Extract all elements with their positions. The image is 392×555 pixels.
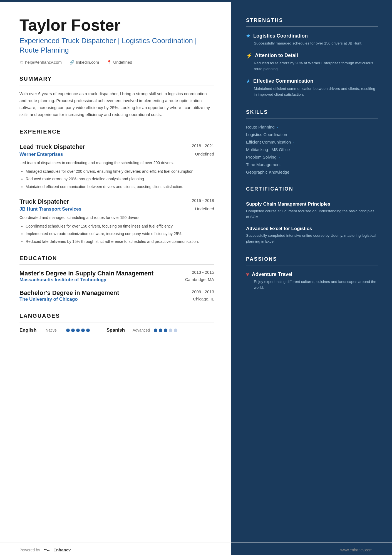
cert-desc-1: Completed course at Coursera focused on …	[246, 208, 378, 220]
job-dates-1: 2018 - 2021	[192, 143, 214, 148]
strengths-divider	[246, 26, 378, 27]
experience-title: EXPERIENCE	[19, 129, 214, 135]
strength-header-3: ★ Effective Communication	[246, 78, 378, 84]
edu-dates-1: 2013 - 2015	[192, 270, 214, 275]
job-bullet-2-2: Implemented new route-optimization softw…	[26, 231, 214, 237]
lang-level-english: Native	[46, 328, 62, 332]
strength-name-3: Effective Communication	[253, 78, 313, 84]
job-location-1: Undefined	[195, 152, 214, 157]
job-location-2: Undefined	[195, 206, 214, 212]
job-header-2: Truck Dispatcher 2015 - 2018	[19, 198, 214, 205]
linkedin-contact: 🔗 linkedin.com	[70, 60, 99, 65]
passion-item-1: ♥ Adventure Travel Enjoy experiencing di…	[246, 272, 378, 291]
edu-header-2: Bachelor's Degree in Management 2009 - 2…	[19, 289, 214, 297]
location-value: Undefined	[113, 60, 132, 65]
job-dates-2: 2015 - 2018	[192, 198, 214, 203]
edu-header-1: Master's Degree in Supply Chain Manageme…	[19, 270, 214, 277]
footer-right: www.enhancv.com	[340, 548, 373, 552]
job-bullets-2: Coordinated schedules for over 150 drive…	[19, 223, 214, 245]
passion-desc-1: Enjoy experiencing different cultures, c…	[246, 279, 378, 291]
job-bullet-2-1: Coordinated schedules for over 150 drive…	[26, 223, 214, 229]
lang-spanish: Spanish Advanced	[106, 327, 177, 333]
job-company-2: JB Hunt Transport Services	[19, 206, 81, 212]
header-section: Taylor Foster Experienced Truck Dispatch…	[19, 16, 214, 65]
certification-section: CERTIFICATION Supply Chain Management Pr…	[246, 186, 378, 245]
linkedin-value: linkedin.com	[76, 60, 99, 65]
skill-name-1: Route Planning	[246, 125, 275, 129]
skill-item-3: Efficient Communication ·	[246, 140, 378, 144]
languages-divider	[19, 322, 214, 322]
footer-left: Powered by Enhancv	[19, 547, 71, 552]
page-footer: Powered by Enhancv www.enhancv.com	[0, 542, 392, 555]
candidate-name: Taylor Foster	[19, 16, 214, 34]
email-icon: @	[19, 60, 23, 65]
cert-item-1: Supply Chain Management Principles Compl…	[246, 201, 378, 220]
job-bullet-1-1: Managed schedules for over 200 drivers, …	[26, 168, 214, 174]
edu-degree-2: Bachelor's Degree in Management	[19, 289, 119, 297]
skill-item-7: Geographic Knowledge	[246, 170, 378, 174]
edu-school-row-1: Massachusetts Institute of Technology Ca…	[19, 277, 214, 283]
job-title-1: Lead Truck Dispatcher	[19, 143, 85, 151]
email-value: help@enhancv.com	[25, 60, 62, 65]
strength-desc-3: Maintained efficient communication betwe…	[246, 86, 378, 98]
summary-title: SUMMARY	[19, 76, 214, 82]
dot-s3	[164, 329, 167, 332]
skill-name-4: Multitasking · MS Office	[246, 147, 290, 152]
certification-title: CERTIFICATION	[246, 186, 378, 192]
lang-name-spanish: Spanish	[106, 327, 129, 333]
skill-name-7: Geographic Knowledge	[246, 170, 289, 174]
lang-dots-english	[66, 329, 90, 332]
passions-divider	[246, 265, 378, 265]
skill-name-5: Problem Solving	[246, 155, 276, 159]
dot-2	[71, 329, 75, 332]
candidate-title: Experienced Truck Dispatcher | Logistics…	[19, 36, 214, 55]
left-column: Taylor Foster Experienced Truck Dispatch…	[0, 2, 231, 555]
skill-name-6: Time Management	[246, 162, 281, 167]
summary-section: SUMMARY With over 6 years of experience …	[19, 76, 214, 118]
job-desc-1: Led team of dispatchers in coordinating …	[19, 160, 214, 166]
location-icon: 📍	[107, 60, 111, 65]
cert-item-2: Advanced Excel for Logistics Successfull…	[246, 226, 378, 245]
skill-dot-2: ·	[288, 132, 291, 137]
experience-divider	[19, 138, 214, 138]
strength-item-1: ★ Logistics Coordination Successfully ma…	[246, 33, 378, 46]
job-company-1: Werner Enterprises	[19, 152, 63, 157]
dot-s5	[174, 329, 177, 332]
cert-title-2: Advanced Excel for Logistics	[246, 226, 378, 231]
email-contact: @ help@enhancv.com	[19, 60, 62, 65]
enhancv-logo	[43, 548, 51, 552]
strength-desc-2: Reduced route errors by 20% at Werner En…	[246, 60, 378, 72]
strength-desc-1: Successfully managed schedules for over …	[246, 41, 378, 46]
dot-3	[76, 329, 80, 332]
dot-s2	[159, 329, 162, 332]
job-bullet-1-2: Reduced route errors by 20% through deta…	[26, 176, 214, 182]
skill-dot-1: ·	[276, 125, 278, 129]
right-column: STRENGTHS ★ Logistics Coordination Succe…	[231, 2, 392, 555]
skill-name-2: Logistics Coordination	[246, 132, 287, 137]
passion-name-1: Adventure Travel	[252, 272, 292, 277]
powered-by-label: Powered by	[19, 548, 40, 552]
edu-location-1: Cambridge, MA	[185, 277, 214, 283]
strength-item-3: ★ Effective Communication Maintained eff…	[246, 78, 378, 98]
strength-header-2: ⚡ Attention to Detail	[246, 53, 378, 59]
edu-school-2: The University of Chicago	[19, 297, 78, 302]
education-divider	[19, 264, 214, 265]
job-block-2: Truck Dispatcher 2015 - 2018 JB Hunt Tra…	[19, 198, 214, 245]
skills-title: SKILLS	[246, 109, 378, 115]
job-bullet-1-3: Maintained efficient communication betwe…	[26, 184, 214, 190]
dot-4	[81, 329, 85, 332]
edu-location-2: Chicago, IL	[193, 297, 214, 302]
lang-dots-spanish	[154, 329, 177, 332]
summary-text: With over 6 years of experience as a tru…	[19, 90, 214, 118]
dot-s1	[154, 329, 157, 332]
job-header-1: Lead Truck Dispatcher 2018 - 2021	[19, 143, 214, 151]
website-url: www.enhancv.com	[340, 548, 373, 552]
lang-row: English Native Spanish Advanced	[19, 327, 214, 333]
education-section: EDUCATION Master's Degree in Supply Chai…	[19, 255, 214, 302]
passions-title: PASSIONS	[246, 256, 378, 262]
lang-english: English Native	[19, 327, 90, 333]
skill-dot-3: ·	[292, 140, 294, 144]
strength-header-1: ★ Logistics Coordination	[246, 33, 378, 39]
skill-dot-6: ·	[282, 162, 284, 167]
strength-icon-1: ★	[246, 33, 250, 39]
